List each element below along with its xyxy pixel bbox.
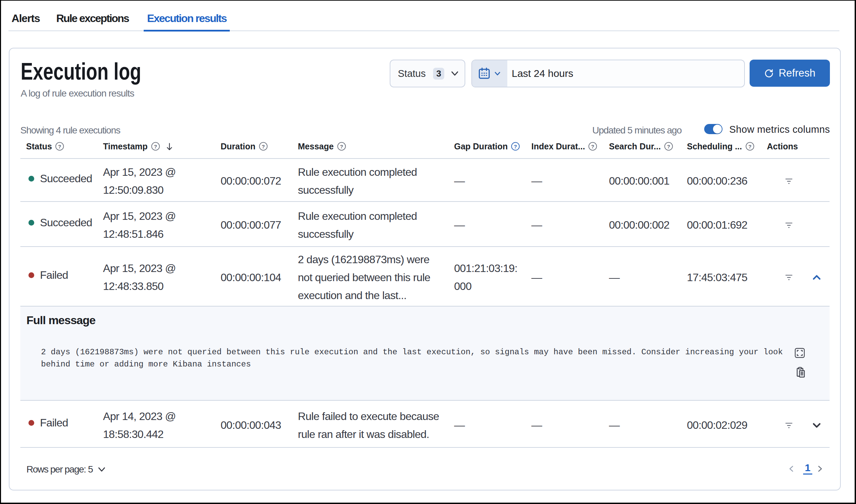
svg-text:?: ? [340, 144, 343, 149]
svg-text:?: ? [591, 144, 594, 149]
svg-text:?: ? [154, 144, 157, 149]
svg-text:?: ? [514, 144, 517, 149]
svg-text:?: ? [58, 144, 61, 149]
svg-text:?: ? [748, 144, 751, 149]
svg-text:?: ? [667, 144, 670, 149]
svg-text:?: ? [262, 144, 265, 149]
